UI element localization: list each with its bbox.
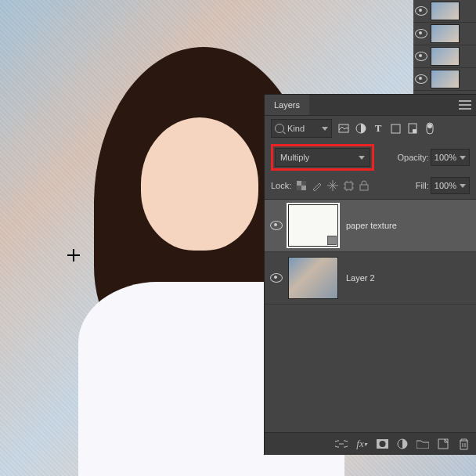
svg-rect-8 xyxy=(301,186,306,190)
filter-toggle-switch[interactable] xyxy=(424,123,435,134)
layer-mini-row[interactable] xyxy=(413,45,476,68)
opacity-label[interactable]: Opacity: xyxy=(398,153,429,162)
layer-thumbnail xyxy=(431,2,460,20)
filter-row: Kind T xyxy=(265,116,476,141)
lock-paint-icon[interactable] xyxy=(312,180,323,191)
svg-rect-11 xyxy=(345,182,352,189)
visibility-toggle[interactable] xyxy=(265,221,288,230)
filter-shape-icon[interactable] xyxy=(390,123,401,134)
layer-mask-icon[interactable] xyxy=(376,438,388,450)
layer-name[interactable]: paper texture xyxy=(346,221,397,230)
layer-thumbnail xyxy=(431,47,460,66)
chevron-down-icon xyxy=(460,156,466,160)
layer-thumbnail xyxy=(431,70,460,88)
lock-label: Lock: xyxy=(271,181,291,190)
tab-layers[interactable]: Layers xyxy=(265,95,309,115)
layer-row-paper-texture[interactable]: paper texture xyxy=(265,200,476,252)
chevron-down-icon xyxy=(460,184,466,188)
layer-mini-row[interactable] xyxy=(413,0,476,23)
layers-panel: Layers Kind T Multiply Opacity: xyxy=(264,94,476,455)
move-cursor-icon xyxy=(67,249,80,261)
new-group-icon[interactable] xyxy=(416,438,429,450)
svg-point-6 xyxy=(427,124,432,128)
filter-kind-select[interactable]: Kind xyxy=(271,119,332,138)
layer-mini-row[interactable] xyxy=(413,68,476,91)
svg-rect-12 xyxy=(360,185,368,190)
smartobject-badge-icon xyxy=(327,236,337,245)
lock-fill-row: Lock: Fill: 100% xyxy=(265,174,476,197)
layer-thumbnail[interactable] xyxy=(288,257,338,299)
adjustment-layer-icon[interactable] xyxy=(396,438,409,450)
layer-style-icon[interactable]: fx▾ xyxy=(355,438,368,450)
layer-thumbnail xyxy=(431,24,460,43)
secondary-layers-strip xyxy=(413,0,476,94)
panel-menu-icon[interactable] xyxy=(459,100,471,110)
fill-label[interactable]: Fill: xyxy=(416,181,429,190)
eye-icon xyxy=(415,6,427,16)
layer-row-layer-2[interactable]: Layer 2 xyxy=(265,252,476,305)
svg-rect-7 xyxy=(297,181,301,186)
fill-input[interactable]: 100% xyxy=(431,177,470,194)
visibility-toggle[interactable] xyxy=(265,273,288,283)
filter-type-icon[interactable]: T xyxy=(373,123,384,134)
panel-tab-bar: Layers xyxy=(265,95,476,116)
chevron-down-icon xyxy=(322,127,328,131)
lock-transparency-icon[interactable] xyxy=(296,180,307,191)
filter-adjustment-icon[interactable] xyxy=(355,123,366,134)
eye-icon xyxy=(270,221,283,230)
filter-smartobject-icon[interactable] xyxy=(407,123,418,134)
highlight-box: Multiply xyxy=(271,144,374,171)
new-layer-icon[interactable] xyxy=(437,438,449,450)
layer-thumbnail[interactable] xyxy=(288,204,338,247)
search-icon xyxy=(275,124,284,133)
layer-name[interactable]: Layer 2 xyxy=(346,273,375,283)
svg-rect-9 xyxy=(301,181,306,186)
lock-all-icon[interactable] xyxy=(359,180,370,191)
delete-layer-icon[interactable] xyxy=(457,438,470,450)
blend-opacity-row: Multiply Opacity: 100% xyxy=(265,141,476,174)
eye-icon xyxy=(270,273,283,283)
filter-pixel-icon[interactable] xyxy=(338,123,349,134)
link-layers-icon[interactable] xyxy=(335,438,348,450)
svg-rect-4 xyxy=(413,129,416,133)
svg-rect-10 xyxy=(297,186,301,190)
layers-list: paper texture Layer 2 xyxy=(265,199,476,305)
lock-artboard-icon[interactable] xyxy=(343,180,354,191)
chevron-down-icon xyxy=(359,156,365,160)
panel-bottom-bar: fx▾ xyxy=(265,432,476,455)
svg-rect-2 xyxy=(391,124,400,133)
filter-kind-label: Kind xyxy=(287,124,305,133)
fill-value: 100% xyxy=(435,181,456,190)
lock-position-icon[interactable] xyxy=(327,180,338,191)
eye-icon xyxy=(415,29,427,38)
blend-mode-value: Multiply xyxy=(280,153,309,162)
opacity-value: 100% xyxy=(435,153,456,162)
svg-point-14 xyxy=(379,441,385,447)
eye-icon xyxy=(415,74,427,84)
opacity-input[interactable]: 100% xyxy=(431,149,470,166)
layer-mini-row[interactable] xyxy=(413,23,476,45)
blend-mode-select[interactable]: Multiply xyxy=(275,148,370,167)
eye-icon xyxy=(415,52,427,61)
